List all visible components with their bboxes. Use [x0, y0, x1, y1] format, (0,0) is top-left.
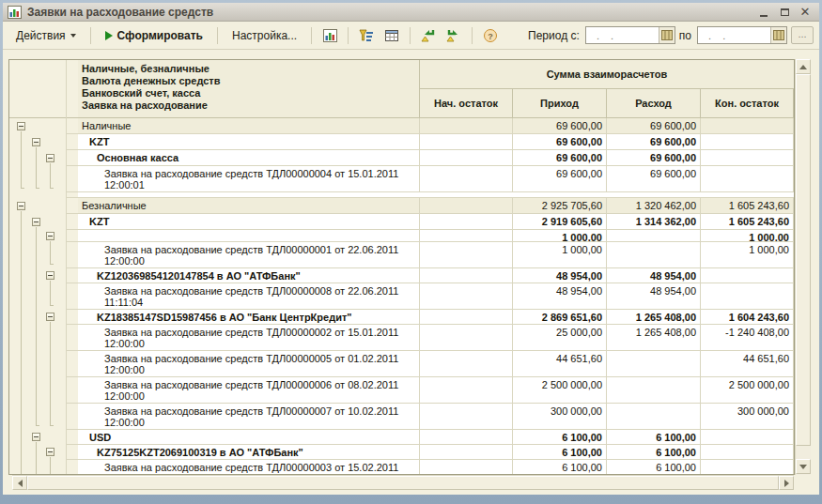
close-button[interactable]: ✕: [799, 6, 812, 19]
table-row[interactable]: Основная касса69 600,0069 600,00: [78, 150, 794, 166]
table-grid-icon: [384, 29, 399, 42]
cell-description: USD: [78, 430, 420, 445]
cell-description: Безналичные: [78, 198, 420, 214]
tree-expander[interactable]: [46, 154, 54, 162]
minimize-icon: [760, 15, 768, 17]
table-row[interactable]: KZ75125KZT2069100319 в АО "АТФБанк"6 100…: [78, 445, 794, 460]
tree-expander[interactable]: [17, 202, 25, 210]
expand-groups-button[interactable]: [442, 25, 465, 46]
period-from-value: . .: [586, 30, 659, 41]
minimize-button[interactable]: [757, 6, 770, 19]
tree-connector-hook: [50, 425, 54, 426]
vertical-scroll-thumb[interactable]: [796, 74, 811, 446]
cell-closing-balance: [701, 134, 794, 150]
table-row[interactable]: Заявка на расходование средств ТДЛ000000…: [78, 325, 794, 351]
table-row[interactable]: Заявка на расходование средств ТДЛ000000…: [78, 283, 794, 310]
scroll-right-button[interactable]: [779, 476, 794, 490]
cell-opening-balance: [420, 310, 513, 325]
table-row[interactable]: Заявка на расходование средств ТДЛ000000…: [78, 377, 794, 404]
cell-closing-balance: 1 605 243,60: [701, 214, 794, 230]
help-button[interactable]: ?: [479, 25, 502, 46]
cell-closing-balance: [701, 460, 794, 474]
cell-expense: [607, 404, 701, 430]
table-row[interactable]: Безналичные2 925 705,601 320 462,001 605…: [78, 198, 794, 214]
horizontal-scroll-thumb[interactable]: [27, 476, 779, 490]
period-from-input[interactable]: . .: [585, 26, 675, 44]
cell-closing-balance: 1 000,00: [701, 242, 794, 268]
settings-button[interactable]: Настройка...: [225, 25, 304, 46]
actions-label: Действия: [16, 29, 66, 42]
horizontal-scrollbar[interactable]: [12, 475, 794, 490]
tree-expander[interactable]: [32, 218, 40, 226]
actions-button[interactable]: Действия: [8, 25, 84, 46]
cell-closing-balance: 1 000,00: [701, 230, 794, 242]
cell-expense: 1 314 362,00: [607, 214, 701, 230]
row-header-separator: [66, 133, 78, 134]
generate-label: Сформировать: [117, 29, 203, 42]
collapse-groups-button[interactable]: [417, 25, 440, 46]
column-header-opening-balance: Нач. остаток: [420, 89, 513, 118]
vertical-scrollbar[interactable]: [795, 59, 811, 475]
table-row[interactable]: Заявка на расходование средств ТДЛ000000…: [78, 242, 794, 268]
table-settings-button[interactable]: [380, 25, 403, 46]
table-row[interactable]: USD6 100,006 100,00: [78, 430, 794, 445]
filter-settings-button[interactable]: [355, 25, 378, 46]
cell-opening-balance: [420, 198, 513, 214]
tree-expander[interactable]: [17, 122, 25, 130]
table-row[interactable]: Наличные69 600,0069 600,00: [78, 118, 794, 134]
title-bar[interactable]: Заявки на расходование средств ✕: [3, 3, 819, 22]
tree-expander[interactable]: [46, 313, 54, 321]
scroll-down-button[interactable]: [796, 459, 811, 474]
table-row[interactable]: KZ120369854120147854 в АО "АТФБанк"48 95…: [78, 268, 794, 283]
scroll-up-button[interactable]: [796, 59, 811, 74]
toolbar-separator: [90, 27, 91, 44]
tree-connector-line: [21, 131, 22, 188]
table-row[interactable]: KZ18385147SD15987456 в АО "Банк ЦентрКре…: [78, 310, 794, 325]
tree-expander[interactable]: [46, 448, 54, 456]
period-to-input[interactable]: . .: [697, 26, 787, 44]
table-row[interactable]: Заявка на расходование средств ТДЛ000000…: [78, 166, 794, 192]
scroll-left-button[interactable]: [12, 476, 27, 490]
tree-expander[interactable]: [32, 433, 40, 441]
generate-button[interactable]: Сформировать: [98, 25, 210, 46]
tree-layer: [9, 118, 78, 474]
table-row[interactable]: Заявка на расходование средств ТДЛ000000…: [78, 404, 794, 430]
report-button[interactable]: [318, 25, 341, 46]
tree-expander[interactable]: [32, 138, 40, 146]
table-row[interactable]: 1 000,001 000,00: [78, 230, 794, 242]
help-icon: ?: [483, 28, 498, 43]
cell-income: 2 500 000,00: [513, 377, 607, 404]
cell-income: 69 600,00: [513, 150, 607, 166]
table-row[interactable]: Заявка на расходование средств ТДЛ000000…: [78, 460, 794, 474]
period-to-calendar-button[interactable]: [770, 27, 786, 43]
report-grid[interactable]: Наличные69 600,0069 600,00KZT69 600,0069…: [78, 118, 794, 474]
cell-expense: [607, 242, 701, 268]
tree-connector-hook: [50, 305, 54, 306]
table-row[interactable]: KZT2 919 605,601 314 362,001 605 243,60: [78, 214, 794, 230]
cell-expense: 69 600,00: [607, 150, 701, 166]
tree-expander[interactable]: [46, 271, 54, 280]
maximize-icon: [781, 8, 789, 16]
tree-expander[interactable]: [46, 232, 54, 240]
window: Заявки на расходование средств ✕ Действи…: [3, 3, 819, 495]
report-icon: [323, 29, 337, 42]
arrow-left-icon: [18, 480, 23, 487]
column-header-income: Приход: [513, 89, 607, 118]
cell-description: Заявка на расходование средств ТДЛ000000…: [78, 325, 420, 351]
table-row[interactable]: KZT69 600,0069 600,00: [78, 134, 794, 150]
period-more-button[interactable]: ...: [791, 26, 814, 44]
maximize-button[interactable]: [778, 6, 791, 19]
cell-income: 6 100,00: [513, 430, 607, 445]
tree-connector-line: [50, 241, 51, 264]
table-row[interactable]: Заявка на расходование средств ТДЛ000000…: [78, 351, 794, 377]
tree-connector-hook: [50, 264, 54, 265]
row-header-separator: [66, 459, 78, 460]
column-header-amount-group: Сумма взаиморасчетов: [420, 60, 794, 89]
row-header-separator: [66, 165, 78, 166]
cell-closing-balance: [701, 166, 794, 192]
cell-expense: 69 600,00: [607, 166, 701, 192]
calendar-icon: [661, 30, 673, 40]
cell-closing-balance: 1 604 243,60: [701, 310, 794, 325]
period-from-calendar-button[interactable]: [659, 27, 675, 43]
minus-icon: [19, 206, 23, 206]
